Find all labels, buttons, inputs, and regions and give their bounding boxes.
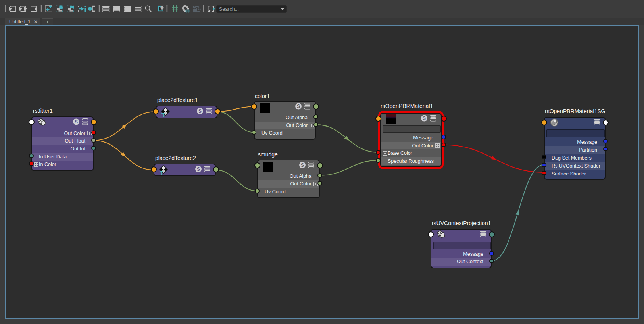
svg-text:Search...: Search... [219, 6, 239, 12]
